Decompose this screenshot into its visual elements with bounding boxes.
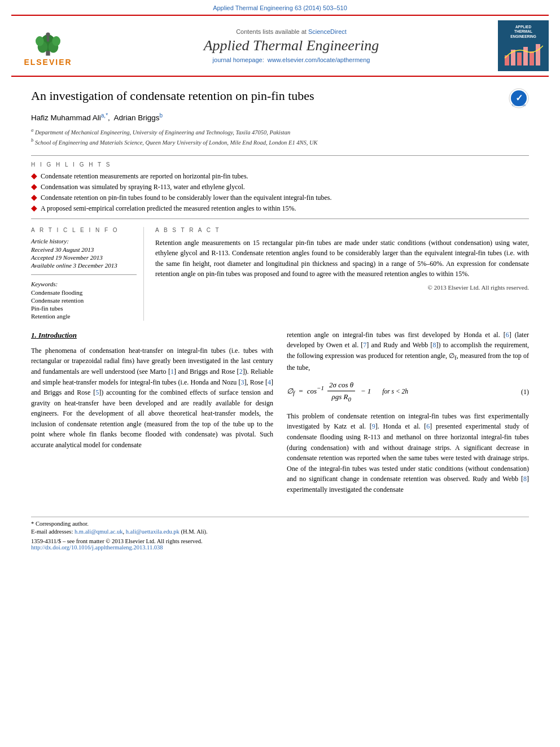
accepted-date: Accepted 19 November 2013 (31, 254, 137, 261)
author-2-sup: b (160, 112, 163, 119)
article-history: Article history: Received 30 August 2013… (31, 238, 137, 269)
info-divider (31, 274, 137, 275)
highlight-3: ◆ Condensate retention on pin-fin tubes … (31, 194, 529, 202)
elsevier-brand: ELSEVIER (24, 58, 72, 67)
received-date: Received 30 August 2013 (31, 246, 137, 253)
keyword-2: Condensate retention (31, 297, 137, 304)
ref-7-link[interactable]: 7 (363, 341, 366, 349)
homepage-url: www.elsevier.com/locate/apthermeng (268, 56, 370, 63)
sciencedirect-link[interactable]: ScienceDirect (308, 28, 347, 35)
highlight-bullet-1: ◆ (31, 172, 37, 181)
ref-9-link[interactable]: 9 (372, 422, 375, 430)
elsevier-logo: ELSEVIER (11, 25, 85, 67)
article-info-heading: A R T I C L E I N F O (31, 227, 137, 233)
journal-citation: Applied Thermal Engineering 63 (2014) 50… (213, 5, 347, 11)
contents-line: Contents lists available at ScienceDirec… (85, 28, 498, 35)
journal-header: Applied Thermal Engineering 63 (2014) 50… (0, 0, 560, 77)
abstract-text: Retention angle measurements on 15 recta… (155, 238, 529, 279)
keywords-section: Keywords: Condensate flooding Condensate… (31, 281, 137, 320)
doi-text: http://dx.doi.org/10.1016/j.applthermale… (31, 544, 163, 551)
svg-rect-10 (517, 53, 522, 65)
svg-rect-7 (47, 36, 49, 41)
article-content: ✓ CrossMark An investigation of condensa… (0, 88, 560, 551)
author-1-name: Hafiz Muhammad Ali (31, 113, 101, 122)
svg-rect-13 (536, 44, 540, 65)
available-date: Available online 3 December 2013 (31, 262, 137, 269)
keywords-title: Keywords: (31, 281, 137, 287)
journal-homepage: journal homepage: www.elsevier.com/locat… (85, 56, 498, 63)
highlights-section: H I G H L I G H T S ◆ Condensate retenti… (31, 161, 529, 213)
affiliation-2-text: School of Engineering and Materials Scie… (35, 139, 318, 146)
svg-text:✓: ✓ (515, 93, 523, 103)
affiliation-1: a Department of Mechanical Engineering, … (31, 126, 529, 137)
highlight-3-text: Condensate retention on pin-fin tubes fo… (41, 194, 332, 202)
history-title: Article history: (31, 238, 137, 244)
right-body-column: retention angle on integral-fin tubes wa… (287, 330, 529, 500)
intro-para-1: The phenomena of condensation heat-trans… (31, 346, 273, 451)
ref-6b-link[interactable]: 6 (426, 422, 430, 430)
svg-point-6 (46, 32, 50, 36)
highlight-4: ◆ A proposed semi-empirical correlation … (31, 204, 529, 213)
keyword-1: Condensate flooding (31, 289, 137, 296)
authors-line: Hafiz Muhammad Alia,*, Adrian Briggsb (31, 112, 529, 123)
article-title: An investigation of condensate retention… (31, 88, 529, 104)
copyright-text: © 2013 Elsevier Ltd. All rights reserved… (155, 284, 529, 291)
highlight-1: ◆ Condensate retention measurements are … (31, 172, 529, 181)
formula-block: ∅f = cos−1 2σ cos θ ρgs R0 − 1 for s < 2… (287, 379, 529, 404)
left-body-column: 1. Introduction The phenomena of condens… (31, 330, 273, 500)
contents-text: Contents lists available at (236, 28, 307, 35)
right-para-1: retention angle on integral-fin tubes wa… (287, 330, 529, 373)
cover-title-text: APPLIED THERMAL ENGINEERING (510, 25, 536, 39)
author-1-sup: a,* (101, 112, 108, 119)
affiliations: a Department of Mechanical Engineering, … (31, 126, 529, 147)
ref-8b-link[interactable]: 8 (523, 475, 527, 483)
svg-point-5 (52, 36, 60, 46)
footnote-area: * Corresponding author. E-mail addresses… (31, 517, 529, 535)
ref-5-link[interactable]: 5 (95, 388, 99, 396)
keyword-3: Pin-fin tubes (31, 305, 137, 312)
ref-8-link[interactable]: 8 (433, 341, 436, 349)
doi-url: http://dx.doi.org/10.1016/j.applthermale… (31, 544, 529, 551)
highlight-bullet-2: ◆ (31, 183, 37, 191)
keyword-4: Retention angle (31, 313, 137, 320)
ref-4-link[interactable]: 4 (268, 378, 271, 386)
svg-rect-12 (530, 51, 534, 65)
journal-banner: ELSEVIER Contents lists available at Sci… (11, 15, 549, 77)
ref-2-link[interactable]: 2 (239, 368, 243, 375)
crossmark-icon: ✓ CrossMark (509, 88, 529, 108)
ref-3-link[interactable]: 3 (241, 378, 244, 386)
highlight-4-text: A proposed semi-empirical correlation pr… (41, 204, 296, 213)
abstract-heading: A B S T R A C T (155, 227, 529, 233)
journal-cover-image: APPLIED THERMAL ENGINEERING (498, 20, 549, 71)
divider-1 (31, 155, 529, 156)
footnote-corresponding: * Corresponding author. (31, 521, 529, 527)
article-info-column: A R T I C L E I N F O Article history: R… (31, 227, 144, 321)
body-two-column: 1. Introduction The phenomena of condens… (31, 330, 529, 500)
journal-top-bar: Applied Thermal Engineering 63 (2014) 50… (11, 5, 549, 11)
ref-6-link[interactable]: 6 (506, 331, 509, 339)
formula-equation: ∅f = cos−1 2σ cos θ ρgs R0 − 1 (287, 379, 371, 404)
doi-line: 1359-4311/$ – see front matter © 2013 El… (31, 538, 529, 551)
section-number: 1. (31, 331, 37, 339)
author-2-name: Adrian Briggs (114, 113, 160, 122)
ref-1-link[interactable]: 1 (170, 368, 174, 375)
author-2: Adrian Briggsb (114, 113, 163, 122)
two-column-info-abstract: A R T I C L E I N F O Article history: R… (31, 227, 529, 321)
highlight-bullet-4: ◆ (31, 204, 37, 213)
highlight-bullet-3: ◆ (31, 194, 37, 202)
email-2-link[interactable]: h.ali@uettaxila.edu.pk (126, 528, 180, 535)
section-title-text: Introduction (38, 331, 77, 339)
divider-2 (31, 219, 529, 219)
email-note: (H.M. Ali). (181, 528, 207, 535)
email-1-link[interactable]: h.m.ali@qmul.ac.uk (75, 528, 123, 535)
elsevier-tree-icon (31, 25, 65, 56)
issn-text: 1359-4311/$ – see front matter © 2013 El… (31, 538, 529, 544)
footnote-email: E-mail addresses: h.m.ali@qmul.ac.uk, h.… (31, 528, 529, 535)
highlight-2-text: Condensation was simulated by spraying R… (41, 183, 245, 191)
email-label: E-mail addresses: (31, 528, 73, 535)
svg-rect-11 (523, 47, 528, 65)
email-2: h.ali@uettaxila.edu.pk (126, 528, 180, 535)
highlight-2: ◆ Condensation was simulated by spraying… (31, 183, 529, 191)
journal-title: Applied Thermal Engineering (85, 37, 498, 54)
doi-link[interactable]: http://dx.doi.org/10.1016/j.applthermale… (31, 544, 163, 551)
